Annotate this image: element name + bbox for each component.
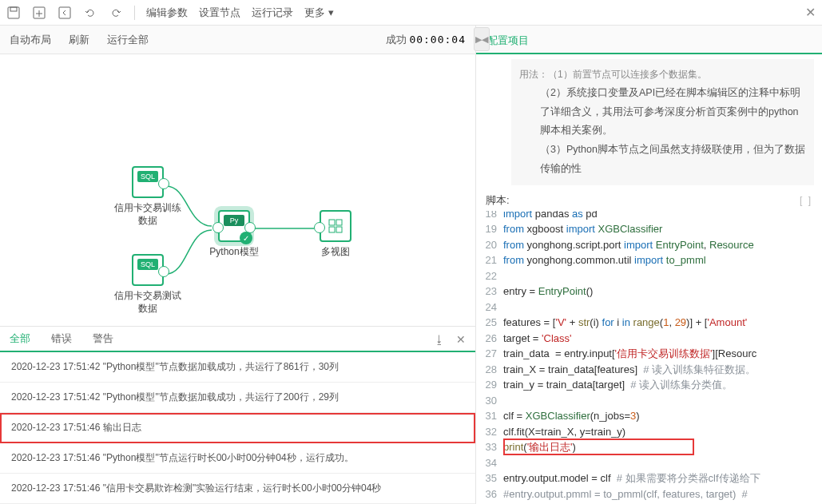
auto-layout-button[interactable]: 自动布局 xyxy=(10,33,51,47)
log-row: 2020-12-23 17:51:42 "Python模型"节点数据加载成功，共… xyxy=(0,383,475,413)
sql-tag-icon: SQL xyxy=(137,171,158,182)
log-row: 2020-12-23 17:51:46 "信用卡交易欺诈检测"实验运行结束，运行… xyxy=(0,474,475,504)
svg-rect-4 xyxy=(329,220,335,225)
script-label: 脚本: xyxy=(486,193,510,208)
close-icon[interactable]: ✕ xyxy=(805,5,816,20)
menu-run-log[interactable]: 运行记录 xyxy=(252,6,293,20)
svg-rect-1 xyxy=(10,7,17,11)
log-tab-all[interactable]: 全部 xyxy=(10,331,30,351)
log-close-icon[interactable]: ✕ xyxy=(456,333,466,346)
workflow-canvas[interactable]: SQL 信用卡交易训练数据 SQL 信用卡交易测试数据 Py✓ Python模型… xyxy=(0,54,475,326)
sql-tag-icon: SQL xyxy=(137,259,158,270)
right-pane: 配置项目 用法：（1）前置节点可以连接多个数据集。 （2）系统接口变量及API已… xyxy=(476,26,822,504)
refresh-button[interactable]: 刷新 xyxy=(69,33,89,47)
chevron-down-icon: ▾ xyxy=(328,6,334,18)
menu-set-node[interactable]: 设置节点 xyxy=(199,6,240,20)
menu-edit-params[interactable]: 编辑参数 xyxy=(146,6,188,20)
log-tab-warn[interactable]: 警告 xyxy=(93,331,113,351)
run-all-button[interactable]: 运行全部 xyxy=(107,33,149,47)
node-label: 信用卡交易测试数据 xyxy=(112,289,184,315)
redo-icon[interactable] xyxy=(109,6,123,20)
left-pane: 自动布局 刷新 运行全部 成功 00:00:04 ▶◀ SQL 信用卡交易训练数… xyxy=(0,26,476,504)
menu-more[interactable]: 更多 ▾ xyxy=(304,6,334,20)
node-multiview[interactable]: 多视图 xyxy=(300,210,371,258)
config-tab[interactable]: 配置项目 xyxy=(476,26,822,54)
node-label: Python模型 xyxy=(198,245,270,258)
canvas-toolbar: 自动布局 刷新 运行全部 成功 00:00:04 xyxy=(0,26,475,54)
grid-icon xyxy=(328,218,343,234)
pane-toggle[interactable]: ▶◀ xyxy=(474,27,490,51)
log-list: 2020-12-23 17:51:42 "Python模型"节点数据加载成功，共… xyxy=(0,352,475,504)
py-tag-icon: Py xyxy=(224,215,244,226)
separator xyxy=(134,6,135,20)
usage-hint: 用法：（1）前置节点可以连接多个数据集。 （2）系统接口变量及API已经在脚本编… xyxy=(511,59,814,185)
edges xyxy=(0,54,475,326)
run-status: 成功 00:00:04 xyxy=(386,33,466,47)
save-icon[interactable] xyxy=(6,6,21,20)
log-row: 2020-12-23 17:51:42 "Python模型"节点数据加载成功，共… xyxy=(0,352,475,383)
node-label: 多视图 xyxy=(300,245,371,258)
svg-rect-5 xyxy=(336,220,342,225)
expand-icon[interactable]: [ ] xyxy=(800,195,812,206)
log-row: 2020-12-23 17:51:46 输出日志 xyxy=(0,413,475,443)
log-row: 2020-12-23 17:51:46 "Python模型"节点运行时长00小时… xyxy=(0,443,475,474)
saveas-icon[interactable] xyxy=(32,6,46,20)
node-python-model[interactable]: Py✓ Python模型 xyxy=(198,210,270,258)
top-toolbar: 编辑参数 设置节点 运行记录 更多 ▾ ✕ xyxy=(0,0,822,26)
node-label: 信用卡交易训练数据 xyxy=(112,201,184,227)
undo-icon[interactable] xyxy=(83,6,97,20)
node-test-data[interactable]: SQL 信用卡交易测试数据 xyxy=(112,254,184,315)
check-icon: ✓ xyxy=(240,232,252,244)
download-icon[interactable]: ⭳ xyxy=(434,333,445,346)
svg-rect-3 xyxy=(59,7,70,18)
svg-rect-7 xyxy=(336,227,342,232)
svg-rect-0 xyxy=(8,7,19,18)
node-train-data[interactable]: SQL 信用卡交易训练数据 xyxy=(112,166,184,227)
log-panel: 全部 错误 警告 ⭳ ✕ 2020-12-23 17:51:42 "Python… xyxy=(0,326,475,504)
log-tab-error[interactable]: 错误 xyxy=(51,331,72,351)
back-icon[interactable] xyxy=(58,6,72,20)
svg-rect-6 xyxy=(329,227,335,232)
code-editor[interactable]: 18import pandas as pd19from xgboost impo… xyxy=(476,211,822,504)
